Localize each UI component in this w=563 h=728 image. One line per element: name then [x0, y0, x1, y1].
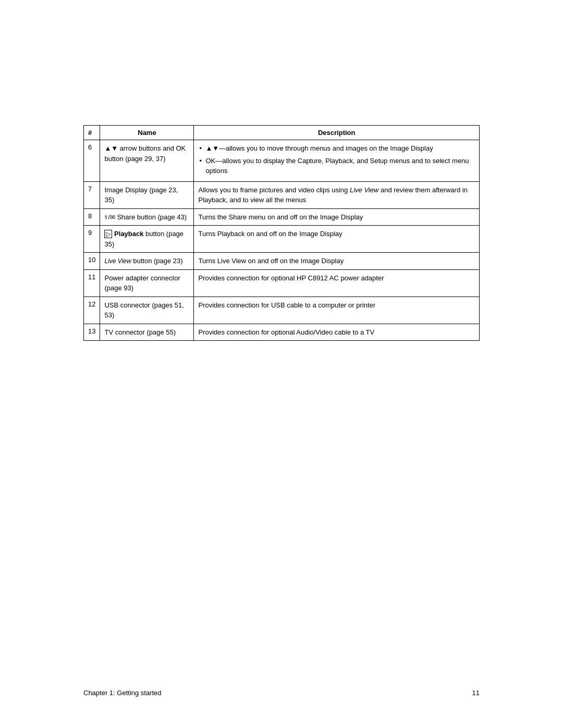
- table-row: 8 ⚕/✉ Share button (page 43) Turns the S…: [84, 208, 480, 226]
- footer: Chapter 1: Getting started 11: [83, 689, 480, 707]
- reference-table: # Name Description 6 ▲▼ arrow buttons an…: [83, 125, 480, 341]
- row-description: Turns Playback on and off on the Image D…: [194, 226, 480, 253]
- row-num: 13: [84, 324, 100, 341]
- row-description: Provides connection for optional HP C891…: [194, 269, 480, 297]
- playback-icon: ▷: [104, 230, 112, 238]
- row-num: 11: [84, 269, 100, 297]
- content-area: # Name Description 6 ▲▼ arrow buttons an…: [83, 125, 480, 341]
- table-row: 7 Image Display (page 23, 35) Allows you…: [84, 181, 480, 208]
- row-name: TV connector (page 55): [100, 324, 194, 341]
- arrow-icon-desc: ▲▼: [205, 144, 219, 152]
- bullet-list: ▲▼—allows you to move through menus and …: [198, 143, 475, 176]
- share-icon: ⚕/✉: [104, 213, 115, 222]
- row-num: 9: [84, 226, 100, 253]
- row-description: Provides connection for optional Audio/V…: [194, 324, 480, 341]
- row-num: 12: [84, 297, 100, 324]
- row-num: 10: [84, 253, 100, 270]
- footer-page-number: 11: [472, 689, 480, 697]
- table-row: 11 Power adapter connector (page 93) Pro…: [84, 269, 480, 297]
- row-description: Allows you to frame pictures and video c…: [194, 181, 480, 208]
- list-item: OK—allows you to display the Capture, Pl…: [198, 156, 475, 176]
- liveview-label: Live View: [104, 257, 131, 265]
- list-item: ▲▼—allows you to move through menus and …: [198, 143, 475, 154]
- row-name: USB connector (pages 51, 53): [100, 297, 194, 324]
- row-description: ▲▼—allows you to move through menus and …: [194, 140, 480, 182]
- row-name: ⚕/✉ Share button (page 43): [100, 208, 194, 226]
- row-name: ▲▼ arrow buttons and OK button (page 29,…: [100, 140, 194, 182]
- row-name: Image Display (page 23, 35): [100, 181, 194, 208]
- table-row: 13 TV connector (page 55) Provides conne…: [84, 324, 480, 341]
- header-num: #: [84, 126, 100, 140]
- footer-chapter: Chapter 1: Getting started: [83, 689, 162, 697]
- row-num: 6: [84, 140, 100, 182]
- row-num: 8: [84, 208, 100, 226]
- table-row: 10 Live View button (page 23) Turns Live…: [84, 253, 480, 270]
- row-description: Turns the Share menu on and off on the I…: [194, 208, 480, 226]
- row-num: 7: [84, 181, 100, 208]
- arrow-icon: ▲▼: [104, 144, 118, 152]
- header-description: Description: [194, 126, 480, 140]
- row-name: Power adapter connector (page 93): [100, 269, 194, 297]
- header-name: Name: [100, 126, 194, 140]
- row-description: Turns Live View on and off on the Image …: [194, 253, 480, 270]
- table-row: 6 ▲▼ arrow buttons and OK button (page 2…: [84, 140, 480, 182]
- liveview-text: Live View: [350, 186, 378, 194]
- page-container: # Name Description 6 ▲▼ arrow buttons an…: [0, 0, 563, 728]
- row-description: Provides connection for USB cable to a c…: [194, 297, 480, 324]
- table-row: 12 USB connector (pages 51, 53) Provides…: [84, 297, 480, 324]
- table-row: 9 ▷ Playback button (page 35) Turns Play…: [84, 226, 480, 253]
- row-name: Live View button (page 23): [100, 253, 194, 270]
- row-name: ▷ Playback button (page 35): [100, 226, 194, 253]
- playback-label: Playback: [114, 230, 143, 238]
